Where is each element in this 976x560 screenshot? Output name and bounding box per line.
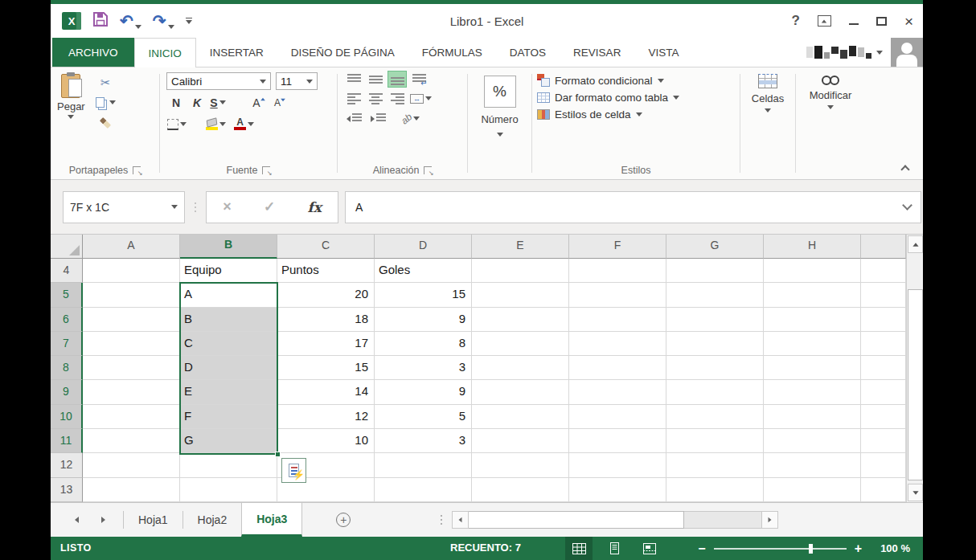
cell-B6[interactable]: B — [180, 308, 277, 332]
font-color-button[interactable]: A — [233, 116, 255, 133]
horizontal-scroll-thumb[interactable] — [469, 511, 684, 529]
column-header-partial[interactable] — [861, 235, 906, 259]
column-header-B[interactable]: B — [180, 235, 277, 259]
row-header-9[interactable]: 9 — [51, 380, 83, 404]
cell-D9[interactable]: 9 — [375, 380, 472, 404]
chevron-down-icon[interactable] — [497, 133, 503, 137]
save-button[interactable] — [92, 11, 109, 31]
horizontal-scroll-track[interactable] — [684, 511, 761, 529]
cell-F9[interactable] — [569, 380, 666, 404]
cell-C7[interactable]: 17 — [277, 332, 375, 356]
editing-button[interactable]: Modificar — [810, 74, 852, 109]
clipboard-dialog-launcher[interactable] — [133, 166, 141, 174]
column-header-A[interactable]: A — [83, 235, 180, 259]
conditional-formatting-button[interactable]: Formato condicional — [537, 74, 740, 87]
tab-archivo[interactable]: ARCHIVO — [52, 38, 134, 67]
enter-icon[interactable]: ✓ — [264, 198, 275, 215]
chevron-down-icon[interactable] — [658, 79, 664, 83]
user-avatar[interactable] — [891, 38, 923, 67]
maximize-button[interactable] — [876, 17, 887, 26]
align-center-button[interactable] — [366, 90, 385, 107]
cell-E12[interactable] — [472, 453, 569, 477]
scroll-up-button[interactable] — [908, 235, 923, 253]
tab-revisar[interactable]: REVISAR — [560, 38, 634, 67]
fill-handle[interactable] — [275, 452, 281, 457]
chevron-down-icon[interactable] — [673, 96, 679, 100]
normal-view-button[interactable] — [565, 537, 593, 560]
decrease-font-button[interactable]: A — [268, 94, 287, 111]
cell-F6[interactable] — [569, 308, 666, 332]
cell-A4[interactable] — [83, 259, 180, 283]
cell-partial-12[interactable] — [861, 453, 906, 477]
chevron-down-icon[interactable] — [827, 105, 834, 109]
cell-partial-8[interactable] — [861, 356, 906, 380]
sheet-tab-hoja2[interactable]: Hoja2 — [183, 503, 242, 537]
cell-D7[interactable]: 8 — [375, 332, 472, 356]
select-all-corner[interactable] — [51, 235, 83, 259]
chevron-down-icon[interactable] — [425, 96, 432, 100]
name-box[interactable]: 7F x 1C — [63, 191, 185, 223]
chevron-down-icon[interactable] — [248, 122, 254, 126]
chevron-down-icon[interactable] — [260, 80, 266, 84]
page-break-view-button[interactable] — [636, 537, 663, 560]
column-header-C[interactable]: C — [277, 235, 375, 259]
cell-F11[interactable] — [569, 429, 666, 453]
cell-E9[interactable] — [472, 380, 569, 404]
cell-G11[interactable] — [666, 429, 764, 453]
wrap-text-button[interactable]: ↵ — [409, 71, 429, 88]
tab-formulas[interactable]: FÓRMULAS — [408, 38, 496, 67]
cell-partial-13[interactable] — [861, 478, 906, 502]
cell-C10[interactable]: 12 — [277, 405, 375, 429]
cell-C11[interactable]: 10 — [277, 429, 375, 453]
font-dialog-launcher[interactable] — [262, 166, 270, 174]
cell-H5[interactable] — [764, 283, 861, 307]
cell-D8[interactable]: 3 — [375, 356, 472, 380]
cell-H7[interactable] — [764, 332, 861, 356]
cell-B9[interactable]: E — [180, 380, 277, 404]
row-header-13[interactable]: 13 — [51, 478, 83, 502]
increase-indent-button[interactable] — [368, 110, 388, 127]
previous-sheet-button[interactable] — [75, 517, 79, 523]
cell-A11[interactable] — [83, 429, 180, 453]
align-left-button[interactable] — [344, 90, 363, 107]
bold-button[interactable]: N — [166, 94, 186, 111]
new-sheet-button[interactable]: + — [336, 513, 351, 527]
cell-B12[interactable] — [180, 453, 277, 477]
undo-button[interactable]: ↶ — [120, 13, 141, 29]
cell-C9[interactable]: 14 — [277, 380, 375, 404]
chevron-down-icon[interactable] — [68, 115, 74, 119]
formula-bar-splitter[interactable] — [191, 202, 199, 212]
align-middle-button[interactable] — [366, 71, 385, 88]
cell-A10[interactable] — [83, 405, 180, 429]
cell-C8[interactable]: 15 — [277, 356, 375, 380]
cell-H12[interactable] — [764, 453, 861, 477]
cell-G13[interactable] — [666, 478, 764, 502]
cell-F5[interactable] — [569, 283, 666, 307]
formula-input[interactable]: A — [345, 191, 921, 223]
chevron-down-icon[interactable] — [306, 80, 313, 84]
pixelated-icon[interactable] — [806, 46, 883, 59]
minimize-button[interactable] — [849, 23, 859, 25]
cell-A7[interactable] — [83, 332, 180, 356]
zoom-percentage[interactable]: 100 % — [880, 542, 910, 554]
cell-D10[interactable]: 5 — [375, 405, 472, 429]
cell-H6[interactable] — [764, 308, 861, 332]
next-sheet-button[interactable] — [101, 517, 105, 523]
cell-styles-button[interactable]: Estilos de celda — [537, 108, 740, 121]
column-header-H[interactable]: H — [764, 235, 861, 259]
page-layout-view-button[interactable] — [601, 537, 628, 560]
cell-H8[interactable] — [764, 356, 861, 380]
cell-A12[interactable] — [83, 453, 180, 477]
merge-center-button[interactable]: ↔ — [409, 90, 433, 107]
cell-D6[interactable]: 9 — [375, 308, 472, 332]
row-header-5[interactable]: 5 — [51, 283, 83, 307]
chevron-down-icon[interactable] — [765, 108, 771, 112]
chevron-down-icon[interactable] — [171, 205, 178, 209]
cell-D4[interactable]: Goles — [375, 259, 472, 283]
chevron-down-icon[interactable] — [219, 122, 226, 126]
ribbon-display-options-button[interactable] — [818, 15, 831, 27]
insert-function-icon[interactable]: fx — [307, 199, 321, 215]
cell-F8[interactable] — [569, 356, 666, 380]
vertical-scroll-thumb[interactable] — [908, 289, 923, 480]
cell-B13[interactable] — [180, 478, 277, 502]
